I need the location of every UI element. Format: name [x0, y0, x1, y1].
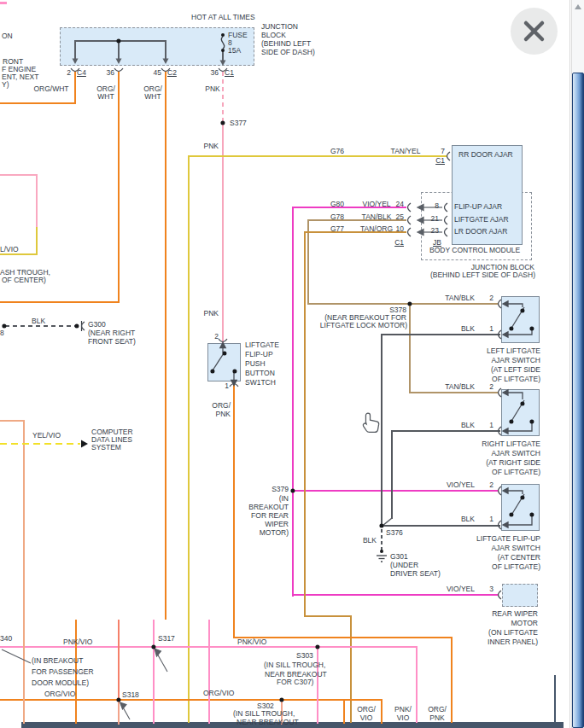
- pnk-corner-fragment: [0, 2, 7, 4]
- diagram-label: (IN: [279, 495, 289, 503]
- fragment-9: 8: [0, 329, 4, 337]
- diagram-label: BLK: [461, 422, 475, 429]
- splice-s377: [220, 120, 225, 125]
- diagram-label: (IN SILL TROUGH,: [264, 661, 325, 669]
- org-wht-2-v: [118, 72, 120, 302]
- pin-21: 21: [431, 215, 439, 223]
- diagram-label: AJAR SWITCH: [491, 545, 540, 552]
- diagram-label: TAN/BLK: [445, 383, 475, 391]
- diagram-label: ORG/: [357, 706, 376, 713]
- connector-arc-icon: [408, 216, 412, 224]
- diagram-label: (IN BREAKOUT: [32, 657, 83, 665]
- splice-s379-label: S379: [272, 486, 289, 493]
- diagram-label: 1: [489, 515, 493, 523]
- scrollbar-up-arrow-icon[interactable]: [575, 4, 581, 9]
- content-edge: [569, 0, 570, 728]
- blk-flip-h: [381, 525, 500, 527]
- close-button[interactable]: [511, 8, 558, 55]
- diagram-label: (ON LIFTGATE: [488, 629, 538, 637]
- splice-s376-label: S376: [386, 529, 403, 537]
- scrollbar-thumb[interactable]: [572, 73, 584, 728]
- yel-vio-dashed: [0, 443, 80, 445]
- conn-c1b: C1: [435, 157, 445, 165]
- bcm-flipup-ajar: FLIP-UP AJAR: [454, 203, 502, 211]
- tan-blk-h2: [307, 303, 499, 305]
- org-wht-1-h: [0, 102, 76, 104]
- blk-ground-dashed: [381, 529, 383, 552]
- splice-s318: [116, 697, 120, 702]
- diagram-label: OF LIFTGATE): [492, 563, 540, 571]
- fragment-10: 340: [0, 635, 12, 643]
- tan-blk-v2: [409, 303, 411, 393]
- bottom-v-139a: [118, 620, 120, 702]
- blk-right-h: [391, 430, 500, 432]
- salmon-h: [0, 420, 24, 422]
- fragment-5: Y): [2, 81, 9, 89]
- diagram-label: DRIVER SEAT): [390, 570, 441, 578]
- diagram-label: PNK: [429, 714, 444, 722]
- diagram-label: BLK: [32, 317, 45, 325]
- conn-c1c: C1: [394, 239, 404, 247]
- org-vio-drop1: [343, 699, 345, 724]
- jb-outer-note-2: (BEHIND LEFT SIDE OF DASH): [430, 271, 535, 279]
- diagram-label: WIPER: [265, 521, 289, 528]
- diagram-label: BLK: [461, 325, 475, 333]
- diagram-label: (UNDER: [390, 562, 418, 569]
- connector-arc-icon: [499, 591, 502, 599]
- push-button-caption: LIFTGATE: [245, 341, 279, 349]
- diagram-label: WHT: [144, 93, 161, 101]
- fragment-6: L/VIO: [0, 246, 19, 253]
- diagram-label: VIO/YEL: [447, 481, 475, 489]
- pin-24: 24: [396, 201, 404, 208]
- diagram-label: SW1TCH: [245, 379, 276, 387]
- right-switch-caption: RIGHT LIFTGATE: [482, 440, 540, 448]
- diagram-label: (IN SILL TROUGH,: [233, 710, 295, 718]
- splice-s317-label: S317: [158, 635, 175, 643]
- diagram-label: FLIP-UP: [245, 351, 273, 358]
- bcm-rr-door-ajar: RR DOOR AJAR: [458, 151, 513, 159]
- jb-drop-2: [118, 40, 120, 61]
- conn-c1: C1: [225, 69, 234, 77]
- bcm-title: BODY CONTROL MODULE: [429, 247, 520, 254]
- diagram-label: OF LIFTGATE): [492, 469, 540, 476]
- left-box-pnk-v: [36, 174, 38, 229]
- pin-7: 7: [441, 148, 445, 155]
- pin-8: 8: [435, 202, 439, 210]
- connector-arc-icon: [114, 68, 123, 72]
- wire-pnkvio-1: PNK/VIO: [63, 638, 92, 646]
- splice-s303: [315, 644, 319, 649]
- diagram-label: FRONT SEAT): [88, 338, 136, 346]
- org-vio-h: [0, 699, 383, 701]
- connector-arc-icon: [408, 228, 412, 236]
- splice-s302: [279, 697, 283, 702]
- fuse-top: [221, 33, 225, 37]
- diagram-label: FOR REAR: [251, 512, 289, 520]
- conn-c2: C2: [167, 69, 177, 77]
- g301-dot: [380, 550, 383, 553]
- bottom-v-245: [208, 620, 210, 724]
- diagram-label: VIO: [397, 714, 410, 722]
- bottom-v-139b: [118, 700, 120, 725]
- pin-25: 25: [396, 213, 404, 221]
- wire-tanyel: TAN/YEL: [391, 148, 421, 155]
- flip-switch-caption: LIFTGATE FLIP-UP: [476, 535, 540, 543]
- jb-note-1: JUNCTION: [261, 23, 298, 31]
- diagram-label: PNK/: [394, 706, 412, 713]
- diagram-label: VIO: [360, 714, 373, 722]
- pin-36a: 36: [107, 69, 114, 77]
- jb-note-4: SIDE OF DASH): [261, 49, 315, 56]
- vio-yel-v: [292, 207, 294, 597]
- ground-icon: [377, 556, 387, 562]
- org-pnk-v2: [451, 637, 453, 723]
- jb-drop-1: [74, 40, 76, 61]
- vio-yel-h3: [292, 594, 499, 596]
- fuse-bottom: [221, 49, 225, 52]
- pnk-vio-v: [416, 646, 418, 723]
- blk-left-v: [381, 334, 383, 527]
- blk-left-h: [381, 334, 500, 335]
- diagram-label: DOOR MODULE): [32, 679, 89, 687]
- jb-note-3: (BEHIND LEFT: [261, 40, 311, 48]
- push-button-switch-box: [207, 343, 241, 381]
- diagram-label: OF LIFTGATE): [492, 376, 540, 383]
- bcm-lr-door-ajar: LR DOOR AJAR: [454, 228, 507, 236]
